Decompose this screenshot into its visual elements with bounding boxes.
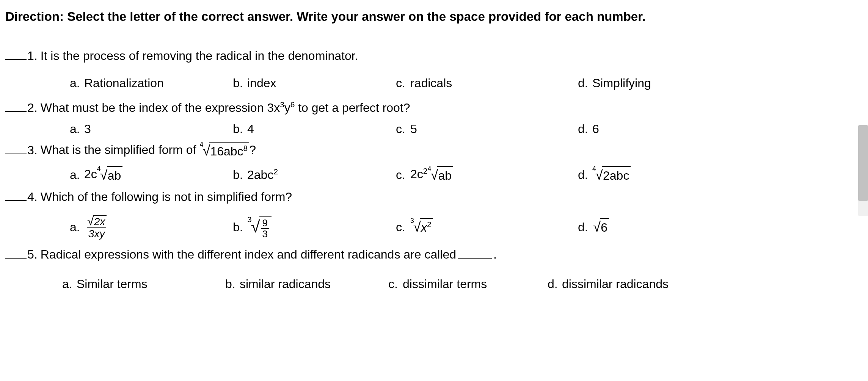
question-text: Which of the following is not in simplif… — [41, 188, 292, 205]
choice-text: Simplifying — [592, 74, 651, 92]
superscript: 2 — [423, 166, 428, 175]
choice-text: dissimilar radicands — [562, 275, 669, 293]
choice-d[interactable]: d.6 — [578, 120, 863, 138]
radical-icon: 4 16abc8 — [199, 141, 249, 161]
choice-c[interactable]: c. 2c24ab — [396, 165, 578, 185]
choice-b[interactable]: b. 3 9 3 — [233, 215, 396, 239]
choice-letter: a. — [70, 120, 80, 138]
choice-math: 3 9 3 — [247, 215, 272, 239]
choices-q1: a.Rationalization b.index c.radicals d.S… — [70, 74, 863, 92]
radicand: ab — [107, 166, 123, 184]
choice-letter: d. — [578, 120, 589, 138]
text-fragment: Radical expressions with the different i… — [41, 248, 456, 261]
choice-letter: c. — [396, 120, 407, 138]
answer-blank-3[interactable] — [5, 143, 27, 154]
question-text: Radical expressions with the different i… — [41, 246, 497, 263]
choices-q5: a.Similar terms b.similar radicands c.di… — [62, 275, 863, 293]
radicand: x — [421, 221, 427, 234]
radical-icon: 42abc — [592, 165, 631, 185]
choice-letter: b. — [233, 120, 243, 138]
fill-blank[interactable] — [458, 258, 492, 259]
text-fragment: What is the simplified form of — [41, 143, 200, 157]
choice-math: 6 — [592, 217, 609, 237]
choice-b[interactable]: b.similar radicands — [225, 275, 388, 293]
radical-icon: 3x2 — [410, 217, 433, 237]
denominator: 3xy — [87, 227, 107, 239]
question-text: What is the simplified form of 4 16abc8 … — [41, 141, 256, 161]
text-fragment: . — [493, 248, 497, 261]
choice-math: 2c24ab — [410, 165, 453, 185]
scrollbar-thumb[interactable] — [858, 125, 868, 201]
choice-d[interactable]: d. 6 — [578, 217, 863, 237]
question-number: 3. — [27, 141, 38, 159]
radicand: 16abc — [210, 144, 243, 158]
choice-text: Similar terms — [77, 275, 148, 293]
choice-d[interactable]: d.Simplifying — [578, 74, 863, 92]
question-number: 2. — [27, 99, 38, 116]
denominator: 3 — [261, 228, 269, 239]
radicand: 2x — [93, 215, 107, 227]
choice-text: similar radicands — [240, 275, 331, 293]
superscript: 3 — [280, 100, 284, 109]
choices-q3: a. 2c4ab b. 2abc2 c. 2c24ab d. 42abc — [70, 165, 863, 185]
text-fragment: 2abc — [247, 168, 273, 182]
superscript: 2 — [273, 168, 278, 176]
choice-letter: a. — [70, 218, 80, 236]
answer-blank-2[interactable] — [5, 100, 27, 112]
choice-a[interactable]: a. 2c4ab — [70, 165, 233, 185]
choice-b[interactable]: b.4 — [233, 120, 396, 138]
fraction: 9 3 — [261, 218, 269, 240]
choice-text: 3 — [84, 120, 91, 138]
question-number: 4. — [27, 188, 38, 205]
choice-b[interactable]: b. 2abc2 — [233, 166, 396, 183]
question-number: 5. — [27, 246, 38, 263]
choice-d[interactable]: d. 42abc — [578, 165, 863, 185]
choice-a[interactable]: a.Similar terms — [62, 275, 225, 293]
choice-letter: d. — [578, 74, 589, 92]
choice-c[interactable]: c.dissimilar terms — [388, 275, 548, 293]
question-1: 1. It is the process of removing the rad… — [5, 47, 863, 64]
choice-letter: a. — [70, 166, 80, 183]
choice-letter: c. — [396, 74, 407, 92]
answer-blank-5[interactable] — [5, 247, 27, 259]
direction-text: Direction: Select the letter of the corr… — [5, 8, 863, 26]
text-fragment: ? — [249, 143, 256, 157]
choice-b[interactable]: b.index — [233, 74, 396, 92]
answer-blank-4[interactable] — [5, 189, 27, 201]
question-4: 4. Which of the following is not in simp… — [5, 188, 863, 205]
answer-blank-1[interactable] — [5, 48, 27, 60]
radical-icon: 3 9 3 — [247, 215, 272, 239]
question-3: 3. What is the simplified form of 4 16ab… — [5, 141, 863, 161]
choice-letter: d. — [578, 166, 589, 183]
choice-letter: d. — [548, 275, 558, 293]
choice-letter: a. — [62, 275, 73, 293]
choice-math: 2abc2 — [247, 166, 278, 183]
text-fragment: to get a perfect root? — [295, 101, 410, 114]
choice-letter: c. — [396, 166, 407, 183]
text-fragment: 2c — [410, 167, 423, 181]
choice-text: Rationalization — [84, 74, 164, 92]
choices-q4: a. 2x 3xy b. 3 9 3 c — [70, 215, 863, 239]
choice-letter: b. — [233, 166, 243, 183]
question-2: 2. What must be the index of the express… — [5, 99, 863, 116]
text-fragment: What must be the index of the expression… — [41, 101, 280, 114]
choice-c[interactable]: c. 3x2 — [396, 217, 578, 237]
choice-letter: b. — [233, 74, 243, 92]
choice-letter: b. — [233, 218, 243, 236]
radicand: 6 — [600, 218, 609, 236]
fraction: 2x 3xy — [85, 215, 108, 240]
choice-math: 3x2 — [410, 217, 433, 237]
question-number: 1. — [27, 47, 38, 64]
choice-c[interactable]: c.5 — [396, 120, 578, 138]
superscript: 8 — [243, 144, 248, 153]
choice-d[interactable]: d.dissimilar radicands — [548, 275, 863, 293]
choice-a[interactable]: a. 2x 3xy — [70, 215, 233, 240]
choice-c[interactable]: c.radicals — [396, 74, 578, 92]
question-5: 5. Radical expressions with the differen… — [5, 246, 863, 263]
choice-a[interactable]: a.3 — [70, 120, 233, 138]
choice-letter: c. — [396, 218, 407, 236]
radical-icon: 4ab — [97, 165, 123, 185]
question-text: It is the process of removing the radica… — [41, 47, 358, 64]
text-fragment: 2c — [84, 167, 97, 181]
choice-a[interactable]: a.Rationalization — [70, 74, 233, 92]
